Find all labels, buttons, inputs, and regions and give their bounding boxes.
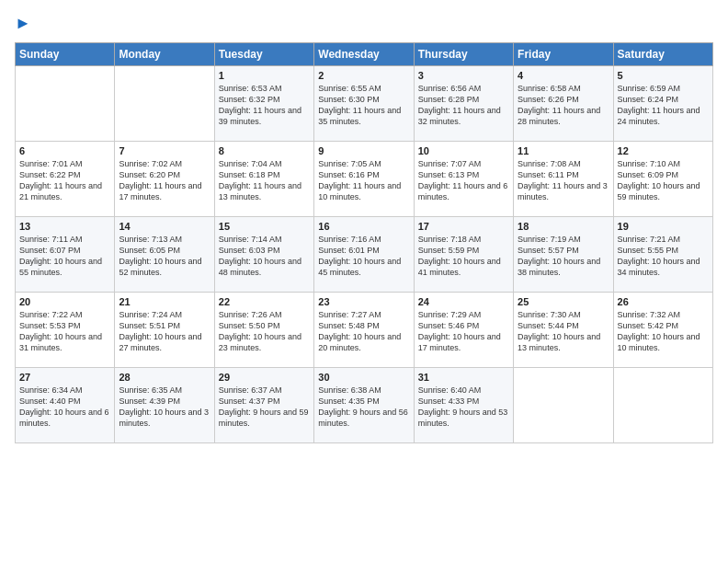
calendar-cell: 22Sunrise: 7:26 AMSunset: 5:50 PMDayligh… bbox=[214, 292, 313, 367]
calendar-week-row: 1Sunrise: 6:53 AMSunset: 6:32 PMDaylight… bbox=[16, 65, 713, 141]
day-of-week-header: Monday bbox=[115, 42, 214, 65]
cell-info: Sunrise: 6:58 AMSunset: 6:26 PMDaylight:… bbox=[518, 83, 609, 128]
day-of-week-header: Sunday bbox=[16, 42, 115, 65]
calendar-cell: 21Sunrise: 7:24 AMSunset: 5:51 PMDayligh… bbox=[115, 292, 214, 367]
cell-info: Sunrise: 7:18 AMSunset: 5:59 PMDaylight:… bbox=[418, 234, 509, 279]
day-of-week-header: Thursday bbox=[414, 42, 513, 65]
day-number: 11 bbox=[518, 145, 609, 156]
cell-info: Sunrise: 7:13 AMSunset: 6:05 PMDaylight:… bbox=[119, 234, 210, 279]
cell-info: Sunrise: 7:16 AMSunset: 6:01 PMDaylight:… bbox=[318, 234, 409, 279]
cell-info: Sunrise: 7:30 AMSunset: 5:44 PMDaylight:… bbox=[518, 309, 609, 354]
cell-info: Sunrise: 7:04 AMSunset: 6:18 PMDaylight:… bbox=[219, 158, 310, 203]
calendar-cell: 11Sunrise: 7:08 AMSunset: 6:11 PMDayligh… bbox=[514, 141, 613, 216]
calendar-cell: 14Sunrise: 7:13 AMSunset: 6:05 PMDayligh… bbox=[115, 216, 214, 292]
calendar-cell: 23Sunrise: 7:27 AMSunset: 5:48 PMDayligh… bbox=[314, 292, 414, 367]
calendar-cell: 16Sunrise: 7:16 AMSunset: 6:01 PMDayligh… bbox=[314, 216, 414, 292]
calendar-cell: 29Sunrise: 6:37 AMSunset: 4:37 PMDayligh… bbox=[214, 367, 313, 442]
day-number: 14 bbox=[119, 221, 210, 232]
cell-info: Sunrise: 7:24 AMSunset: 5:51 PMDaylight:… bbox=[119, 309, 210, 354]
calendar-cell: 15Sunrise: 7:14 AMSunset: 6:03 PMDayligh… bbox=[214, 216, 313, 292]
page: ► SundayMondayTuesdayWednesdayThursdayFr… bbox=[0, 0, 728, 563]
cell-info: Sunrise: 7:01 AMSunset: 6:22 PMDaylight:… bbox=[19, 158, 110, 203]
day-number: 28 bbox=[119, 372, 210, 383]
day-number: 7 bbox=[119, 145, 210, 156]
day-number: 29 bbox=[219, 372, 310, 383]
day-number: 21 bbox=[119, 296, 210, 307]
day-number: 2 bbox=[318, 70, 409, 81]
day-of-week-header: Saturday bbox=[613, 42, 712, 65]
calendar-week-row: 6Sunrise: 7:01 AMSunset: 6:22 PMDaylight… bbox=[16, 141, 713, 216]
cell-info: Sunrise: 6:59 AMSunset: 6:24 PMDaylight:… bbox=[618, 83, 709, 128]
calendar-cell: 27Sunrise: 6:34 AMSunset: 4:40 PMDayligh… bbox=[16, 367, 115, 442]
calendar-cell: 19Sunrise: 7:21 AMSunset: 5:55 PMDayligh… bbox=[613, 216, 712, 292]
day-of-week-header: Friday bbox=[514, 42, 613, 65]
calendar-cell: 9Sunrise: 7:05 AMSunset: 6:16 PMDaylight… bbox=[314, 141, 414, 216]
cell-info: Sunrise: 6:35 AMSunset: 4:39 PMDaylight:… bbox=[119, 385, 210, 430]
calendar-cell: 31Sunrise: 6:40 AMSunset: 4:33 PMDayligh… bbox=[414, 367, 513, 442]
day-of-week-header: Tuesday bbox=[214, 42, 313, 65]
cell-info: Sunrise: 6:34 AMSunset: 4:40 PMDaylight:… bbox=[19, 385, 110, 430]
day-number: 3 bbox=[418, 70, 509, 81]
calendar-week-row: 20Sunrise: 7:22 AMSunset: 5:53 PMDayligh… bbox=[16, 292, 713, 367]
calendar-cell bbox=[613, 367, 712, 442]
cell-info: Sunrise: 7:02 AMSunset: 6:20 PMDaylight:… bbox=[119, 158, 210, 203]
calendar-cell: 17Sunrise: 7:18 AMSunset: 5:59 PMDayligh… bbox=[414, 216, 513, 292]
day-number: 27 bbox=[19, 372, 110, 383]
cell-info: Sunrise: 7:21 AMSunset: 5:55 PMDaylight:… bbox=[618, 234, 709, 279]
day-number: 5 bbox=[618, 70, 709, 81]
cell-info: Sunrise: 6:37 AMSunset: 4:37 PMDaylight:… bbox=[219, 385, 310, 430]
cell-info: Sunrise: 7:08 AMSunset: 6:11 PMDaylight:… bbox=[518, 158, 609, 203]
calendar-cell: 3Sunrise: 6:56 AMSunset: 6:28 PMDaylight… bbox=[414, 65, 513, 141]
cell-info: Sunrise: 7:07 AMSunset: 6:13 PMDaylight:… bbox=[418, 158, 509, 203]
calendar-cell: 1Sunrise: 6:53 AMSunset: 6:32 PMDaylight… bbox=[214, 65, 313, 141]
cell-info: Sunrise: 6:40 AMSunset: 4:33 PMDaylight:… bbox=[418, 385, 509, 430]
calendar-cell: 18Sunrise: 7:19 AMSunset: 5:57 PMDayligh… bbox=[514, 216, 613, 292]
day-number: 10 bbox=[418, 145, 509, 156]
day-number: 25 bbox=[518, 296, 609, 307]
cell-info: Sunrise: 7:14 AMSunset: 6:03 PMDaylight:… bbox=[219, 234, 310, 279]
calendar-cell: 8Sunrise: 7:04 AMSunset: 6:18 PMDaylight… bbox=[214, 141, 313, 216]
day-number: 17 bbox=[418, 221, 509, 232]
calendar-cell: 4Sunrise: 6:58 AMSunset: 6:26 PMDaylight… bbox=[514, 65, 613, 141]
day-number: 20 bbox=[19, 296, 110, 307]
calendar-cell: 2Sunrise: 6:55 AMSunset: 6:30 PMDaylight… bbox=[314, 65, 414, 141]
day-number: 23 bbox=[318, 296, 409, 307]
calendar-cell: 5Sunrise: 6:59 AMSunset: 6:24 PMDaylight… bbox=[613, 65, 712, 141]
day-number: 6 bbox=[19, 145, 110, 156]
cell-info: Sunrise: 6:55 AMSunset: 6:30 PMDaylight:… bbox=[318, 83, 409, 128]
cell-info: Sunrise: 6:38 AMSunset: 4:35 PMDaylight:… bbox=[318, 385, 409, 430]
calendar-cell: 6Sunrise: 7:01 AMSunset: 6:22 PMDaylight… bbox=[16, 141, 115, 216]
calendar-cell: 10Sunrise: 7:07 AMSunset: 6:13 PMDayligh… bbox=[414, 141, 513, 216]
day-number: 12 bbox=[618, 145, 709, 156]
day-number: 13 bbox=[19, 221, 110, 232]
cell-info: Sunrise: 7:19 AMSunset: 5:57 PMDaylight:… bbox=[518, 234, 609, 279]
calendar-cell bbox=[115, 65, 214, 141]
calendar-week-row: 27Sunrise: 6:34 AMSunset: 4:40 PMDayligh… bbox=[16, 367, 713, 442]
day-number: 8 bbox=[219, 145, 310, 156]
day-number: 16 bbox=[318, 221, 409, 232]
calendar-cell bbox=[514, 367, 613, 442]
day-number: 18 bbox=[518, 221, 609, 232]
calendar-cell: 24Sunrise: 7:29 AMSunset: 5:46 PMDayligh… bbox=[414, 292, 513, 367]
day-number: 9 bbox=[318, 145, 409, 156]
cell-info: Sunrise: 7:29 AMSunset: 5:46 PMDaylight:… bbox=[418, 309, 509, 354]
logo: ► bbox=[15, 15, 31, 33]
logo-text: ► bbox=[15, 15, 31, 33]
day-of-week-header: Wednesday bbox=[314, 42, 414, 65]
cell-info: Sunrise: 7:05 AMSunset: 6:16 PMDaylight:… bbox=[318, 158, 409, 203]
logo-blue-arrow: ► bbox=[15, 14, 31, 32]
calendar-cell: 13Sunrise: 7:11 AMSunset: 6:07 PMDayligh… bbox=[16, 216, 115, 292]
day-number: 1 bbox=[219, 70, 310, 81]
cell-info: Sunrise: 7:27 AMSunset: 5:48 PMDaylight:… bbox=[318, 309, 409, 354]
day-number: 4 bbox=[518, 70, 609, 81]
header: ► bbox=[15, 15, 713, 33]
day-number: 22 bbox=[219, 296, 310, 307]
cell-info: Sunrise: 6:53 AMSunset: 6:32 PMDaylight:… bbox=[219, 83, 310, 128]
cell-info: Sunrise: 7:32 AMSunset: 5:42 PMDaylight:… bbox=[618, 309, 709, 354]
calendar-cell: 30Sunrise: 6:38 AMSunset: 4:35 PMDayligh… bbox=[314, 367, 414, 442]
day-number: 31 bbox=[418, 372, 509, 383]
calendar-week-row: 13Sunrise: 7:11 AMSunset: 6:07 PMDayligh… bbox=[16, 216, 713, 292]
day-number: 15 bbox=[219, 221, 310, 232]
cell-info: Sunrise: 7:26 AMSunset: 5:50 PMDaylight:… bbox=[219, 309, 310, 354]
day-number: 24 bbox=[418, 296, 509, 307]
